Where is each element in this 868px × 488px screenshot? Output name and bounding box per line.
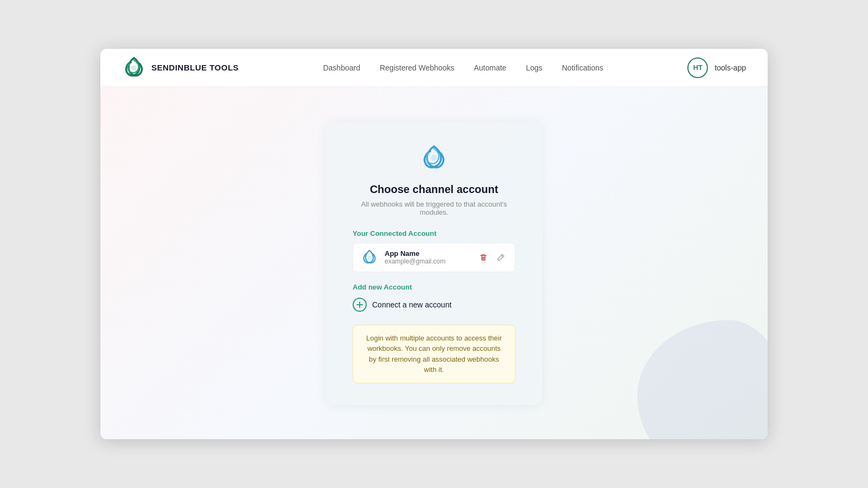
- user-area: HT tools-app: [687, 57, 746, 78]
- decorative-blob: [637, 320, 768, 439]
- navbar: SENDINBLUE TOOLS Dashboard Registered We…: [100, 49, 768, 87]
- logo-icon: [122, 56, 146, 80]
- connected-section-label: Your Connected Account: [353, 229, 515, 237]
- username: tools-app: [714, 63, 746, 72]
- main-content: Choose channel account All webhooks will…: [100, 87, 768, 439]
- svg-point-0: [131, 65, 137, 70]
- nav-logs[interactable]: Logs: [526, 63, 542, 72]
- channel-account-card: Choose channel account All webhooks will…: [326, 121, 542, 405]
- app-title: SENDINBLUE TOOLS: [151, 63, 239, 72]
- edit-account-button[interactable]: [494, 251, 507, 264]
- account-name: App Name: [385, 249, 477, 258]
- account-actions: [477, 251, 507, 264]
- add-section-label: Add new Account: [353, 283, 515, 291]
- card-logo-area: [353, 143, 515, 172]
- connect-new-account-button[interactable]: Connect a new account: [353, 298, 515, 312]
- nav-dashboard[interactable]: Dashboard: [323, 63, 360, 72]
- add-icon: [353, 298, 367, 312]
- svg-point-2: [368, 255, 372, 259]
- logo-area: SENDINBLUE TOOLS: [122, 56, 239, 80]
- nav-links: Dashboard Registered Webhooks Automate L…: [323, 63, 603, 72]
- info-box: Login with multiple accounts to access t…: [353, 325, 515, 383]
- account-email: example@gmail.com: [385, 258, 477, 265]
- account-info: App Name example@gmail.com: [385, 249, 477, 265]
- user-avatar[interactable]: HT: [687, 57, 708, 78]
- nav-notifications[interactable]: Notifications: [562, 63, 603, 72]
- connected-account-item: App Name example@gmail.com: [353, 243, 515, 272]
- nav-registered-webhooks[interactable]: Registered Webhooks: [380, 63, 454, 72]
- card-subtitle: All webhooks will be triggered to that a…: [353, 200, 515, 216]
- connect-account-label: Connect a new account: [372, 300, 451, 309]
- account-app-icon: [361, 249, 378, 266]
- nav-automate[interactable]: Automate: [474, 63, 506, 72]
- card-title: Choose channel account: [353, 183, 515, 196]
- delete-account-button[interactable]: [477, 251, 490, 264]
- card-logo-icon: [419, 143, 449, 172]
- info-text: Login with multiple accounts to access t…: [366, 334, 502, 374]
- browser-window: SENDINBLUE TOOLS Dashboard Registered We…: [100, 49, 768, 439]
- svg-point-1: [431, 155, 437, 161]
